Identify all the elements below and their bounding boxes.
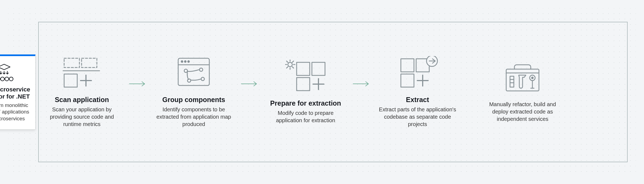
svg-point-15 [184, 61, 186, 62]
prepare-icon [265, 60, 347, 93]
group-icon [153, 56, 235, 89]
step-prepare: Prepare for extraction Modify code to pr… [265, 60, 347, 124]
svg-point-22 [288, 63, 292, 67]
svg-rect-5 [64, 58, 79, 68]
svg-point-4 [9, 77, 13, 81]
intro-card: AWS Microservice Extractor for .NET Tran… [0, 54, 35, 130]
step-desc: Modify code to prepare application for e… [265, 110, 347, 124]
svg-rect-33 [297, 78, 310, 91]
step-title: Prepare for extraction [265, 100, 347, 108]
svg-line-30 [292, 61, 294, 63]
svg-point-14 [181, 61, 183, 62]
svg-rect-32 [312, 63, 325, 76]
toolbox-icon [483, 61, 562, 94]
svg-point-3 [5, 77, 9, 81]
step-desc: Scan your application by providing sourc… [41, 106, 123, 128]
svg-point-19 [187, 79, 191, 82]
step-extract: Extract Extract parts of the application… [377, 56, 458, 128]
svg-line-29 [287, 67, 288, 68]
process-flow: AWS Microservice Extractor for .NET Tran… [16, 54, 628, 130]
step-group: Group components Identify components to … [153, 56, 235, 128]
svg-point-20 [201, 77, 204, 81]
arrow-icon [352, 81, 371, 87]
svg-rect-6 [82, 58, 97, 68]
step-desc: Extract parts of the application's codeb… [377, 106, 458, 128]
intro-card-title: AWS Microservice Extractor for .NET [0, 86, 30, 100]
svg-rect-31 [297, 63, 310, 76]
svg-point-49 [532, 77, 533, 79]
svg-point-16 [188, 61, 189, 62]
svg-rect-8 [64, 74, 77, 87]
end-block: Manually refactor, build and deploy extr… [483, 61, 562, 123]
svg-rect-37 [401, 59, 414, 72]
step-title: Extract [377, 96, 458, 104]
end-desc: Manually refactor, build and deploy extr… [483, 101, 562, 123]
step-title: Group components [153, 96, 235, 104]
step-desc: Identify components to be extracted from… [153, 106, 235, 128]
svg-line-27 [287, 61, 288, 63]
scan-icon [41, 56, 123, 89]
svg-line-28 [292, 67, 294, 68]
svg-rect-45 [510, 76, 514, 87]
extract-icon [377, 56, 458, 89]
svg-point-2 [1, 77, 4, 81]
intro-card-subtitle: Transform monolithic ASP.NET application… [0, 102, 30, 122]
svg-rect-39 [401, 74, 414, 87]
svg-marker-0 [0, 64, 10, 70]
arrow-icon [240, 81, 259, 87]
extractor-icon [0, 64, 30, 83]
arrow-icon [128, 81, 147, 87]
step-scan: Scan application Scan your application b… [41, 56, 123, 128]
step-title: Scan application [41, 96, 123, 104]
svg-point-18 [199, 68, 203, 71]
